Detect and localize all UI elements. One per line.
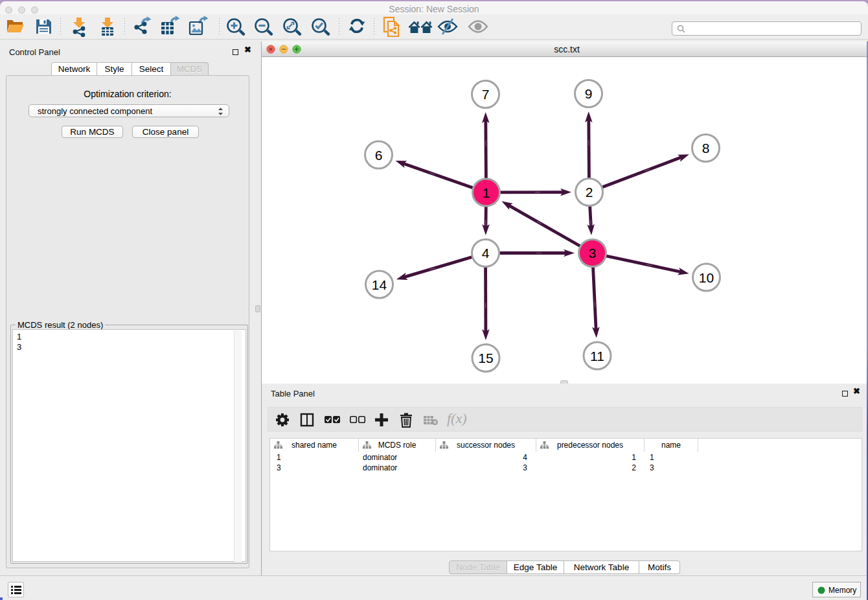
svg-text:9: 9 <box>585 86 593 101</box>
svg-text:10: 10 <box>699 270 714 285</box>
svg-text:1: 1 <box>483 185 490 200</box>
svg-text:3: 3 <box>589 246 597 260</box>
svg-text:2: 2 <box>586 185 593 200</box>
svg-text:4: 4 <box>482 246 490 260</box>
svg-text:11: 11 <box>590 349 604 363</box>
svg-text:6: 6 <box>375 148 383 163</box>
svg-text:7: 7 <box>482 87 490 102</box>
svg-text:8: 8 <box>702 141 710 156</box>
svg-text:14: 14 <box>372 277 387 292</box>
svg-text:15: 15 <box>478 351 493 365</box>
